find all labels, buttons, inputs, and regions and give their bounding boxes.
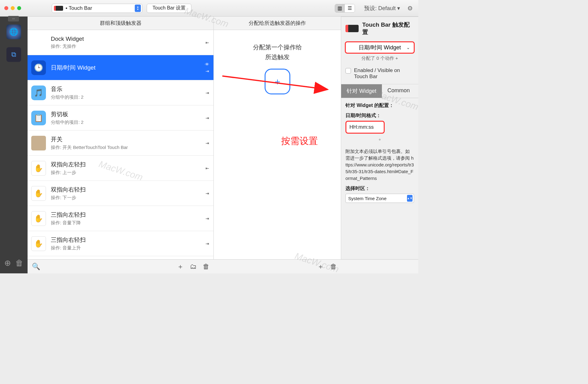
format-label: 日期/时间格式： xyxy=(345,112,414,119)
add-trigger-button[interactable]: ＋ xyxy=(177,262,184,271)
titlebar: • Touch Bar ▲▼ Touch Bar 设置 ▥ ☰ 预设: Defa… xyxy=(0,0,418,17)
widget-config: 针对 Widget 的配置： 日期/时间格式： HH:mm:ss ∘ 附加文本必… xyxy=(341,98,418,207)
trigger-row[interactable]: 开关操作: 开关 BetterTouchTool Touch Bar⇥ xyxy=(28,131,213,156)
trigger-row[interactable]: ✋双指向右轻扫操作: 下一步⇥ xyxy=(28,181,213,206)
view-columns-icon[interactable]: ▥ xyxy=(335,4,345,12)
chevron-down-icon: ⌄ xyxy=(406,45,410,50)
trigger-row[interactable]: 📋剪切板分组中的项目: 2⇥ xyxy=(28,105,213,131)
trigger-tail-icons: ⇤ xyxy=(205,40,209,45)
globe-app-icon[interactable]: 🌐 xyxy=(6,25,21,39)
chevron-updown-icon: ▲▼ xyxy=(135,5,141,12)
trigger-subtitle: 操作: 开关 BetterTouchTool Touch Bar xyxy=(51,145,128,150)
timezone-label: 选择时区： xyxy=(345,185,414,192)
search-icon[interactable]: 🔍 xyxy=(32,263,40,271)
trigger-title: Dock Widget xyxy=(51,36,84,42)
add-action-button-small[interactable]: ＋ xyxy=(317,262,324,271)
divider-dot: ∘ xyxy=(345,137,414,143)
assign-message: 分配第一个操作给 所选触发 xyxy=(253,42,302,62)
add-app-button[interactable]: ⊕ xyxy=(4,258,11,268)
trigger-subtitle: 分组中的项目: 2 xyxy=(51,94,84,100)
date-format-input[interactable]: HH:mm:ss xyxy=(345,121,385,134)
hand-icon: ✋ xyxy=(31,161,46,176)
trigger-subtitle: 操作: 音量上升 xyxy=(51,245,86,251)
trigger-row[interactable]: ✋三指向左轻扫操作: 音量下降⇥ xyxy=(28,206,213,231)
delete-trigger-button[interactable]: 🗑 xyxy=(203,263,209,271)
enabled-label: Enabled / Visible on Touch Bar xyxy=(354,67,414,80)
trigger-tail-icons: ⇥ xyxy=(205,141,209,146)
delete-app-button[interactable]: 🗑 xyxy=(15,258,23,268)
trigger-title: 双指向右轻扫 xyxy=(51,186,86,194)
widget-type-label: 日期/时间 Widget xyxy=(359,44,401,51)
view-mode-segmented[interactable]: ▥ ☰ xyxy=(335,4,355,13)
hand-icon: ✋ xyxy=(31,186,46,201)
chevron-updown-icon: ▲▼ xyxy=(407,195,413,202)
trigger-tail-icons: 👁⇥ xyxy=(205,62,209,74)
inspector-toolbar xyxy=(341,259,418,273)
trigger-title: 三指向右轻扫 xyxy=(51,236,86,244)
touchbar-selector[interactable]: • Touch Bar ▲▼ xyxy=(52,4,142,13)
trigger-title: 开关 xyxy=(51,135,128,143)
inspector-header: Touch Bar 触发配置 xyxy=(341,17,418,39)
assign-message-l1: 分配第一个操作给 xyxy=(253,42,302,52)
add-action-button[interactable]: ＋ xyxy=(265,69,290,94)
none-icon xyxy=(31,35,46,50)
timezone-select[interactable]: System Time Zone ▲▼ xyxy=(345,194,414,203)
trigger-title: 双指向左轻扫 xyxy=(51,161,86,169)
format-help-text: 附加文本必须以单引号包裹。如需进一步了解格式选项，请参阅 https://www… xyxy=(345,148,414,182)
trigger-subtitle: 操作: 下一步 xyxy=(51,195,86,201)
clock-icon: 🕒 xyxy=(31,60,46,75)
trigger-list: Dock Widget操作: 无操作⇤🕒日期/时间 Widget👁⇥🎵音乐分组中… xyxy=(28,30,213,259)
trigger-row[interactable]: Dock Widget操作: 无操作⇤ xyxy=(28,30,213,55)
annotation-text: 按需设置 xyxy=(281,135,318,147)
folder-music-icon: 🎵 xyxy=(31,86,46,100)
preset-dropdown[interactable]: 预设: Default ▾ xyxy=(364,5,400,12)
zoom-icon[interactable] xyxy=(17,6,21,10)
touchbar-icon xyxy=(345,25,359,32)
folder-icon[interactable]: 🗂 xyxy=(190,263,197,271)
config-heading: 针对 Widget 的配置： xyxy=(345,102,414,109)
hand-icon: ✋ xyxy=(31,211,46,226)
trigger-row[interactable]: ✋三指向右轻扫操作: 音量上升⇥ xyxy=(28,231,213,256)
window-controls xyxy=(4,6,21,10)
trigger-title: 三指向左轻扫 xyxy=(51,211,86,219)
touchbar-settings-label: Touch Bar 设置 xyxy=(153,5,186,11)
triggers-column: 群组和顶级触发器 Dock Widget操作: 无操作⇤🕒日期/时间 Widge… xyxy=(28,17,214,259)
trigger-tail-icons: ⇥ xyxy=(205,191,209,196)
assigned-actions-note[interactable]: 分配了 0 个动作 + xyxy=(341,55,418,61)
timezone-value: System Time Zone xyxy=(348,196,386,201)
trigger-tail-icons: ⇥ xyxy=(205,90,209,95)
trigger-tail-icons: ⇥ xyxy=(205,241,209,246)
checkbox-icon[interactable] xyxy=(345,68,351,74)
assign-message-l2: 所选触发 xyxy=(253,52,302,62)
trigger-row[interactable]: 🎵音乐分组中的项目: 2⇥ xyxy=(28,80,213,105)
actions-header: 分配给所选触发器的操作 xyxy=(214,17,341,30)
actions-column: 分配给所选触发器的操作 分配第一个操作给 所选触发 ＋ xyxy=(214,17,341,259)
triggers-header: 群组和顶级触发器 xyxy=(28,17,213,30)
trigger-title: 日期/时间 Widget xyxy=(51,64,96,72)
enabled-checkbox-row[interactable]: Enabled / Visible on Touch Bar xyxy=(341,66,418,84)
trigger-row[interactable]: 🕒日期/时间 Widget👁⇥ xyxy=(28,55,213,80)
trigger-title: 剪切板 xyxy=(51,110,84,118)
touchbar-settings-button[interactable]: Touch Bar 设置 xyxy=(147,4,191,13)
hand-icon: ✋ xyxy=(31,236,46,251)
trigger-row[interactable]: ✋双指向左轻扫操作: 上一步⇤ xyxy=(28,156,213,181)
vscode-app-icon[interactable]: ⧉ xyxy=(6,47,21,62)
sidebar-pill-icon[interactable]: ››› xyxy=(8,16,19,21)
inspector-tabs: 针对 Widget Common xyxy=(341,84,418,98)
trigger-tail-icons: ⇥ xyxy=(205,216,209,221)
delete-action-button[interactable]: 🗑 xyxy=(330,263,337,271)
gear-icon[interactable]: ⚙ xyxy=(407,5,413,12)
tab-widget[interactable]: 针对 Widget xyxy=(341,84,382,98)
trigger-subtitle: 分组中的项目: 2 xyxy=(51,120,84,125)
trigger-subtitle: 操作: 无操作 xyxy=(51,44,84,49)
trigger-tail-icons: ⇥ xyxy=(205,116,209,120)
minimize-icon[interactable] xyxy=(11,6,15,10)
tab-common[interactable]: Common xyxy=(382,84,415,98)
trigger-tail-icons: ⇤ xyxy=(205,166,209,171)
touchbar-icon xyxy=(54,6,63,11)
assign-action-area: 分配第一个操作给 所选触发 ＋ xyxy=(214,30,341,259)
touchbar-selector-label: • Touch Bar xyxy=(66,5,92,11)
widget-type-dropdown[interactable]: 日期/时间 Widget ⌄ xyxy=(345,41,415,54)
close-icon[interactable] xyxy=(4,6,8,10)
view-list-icon[interactable]: ☰ xyxy=(345,4,355,12)
